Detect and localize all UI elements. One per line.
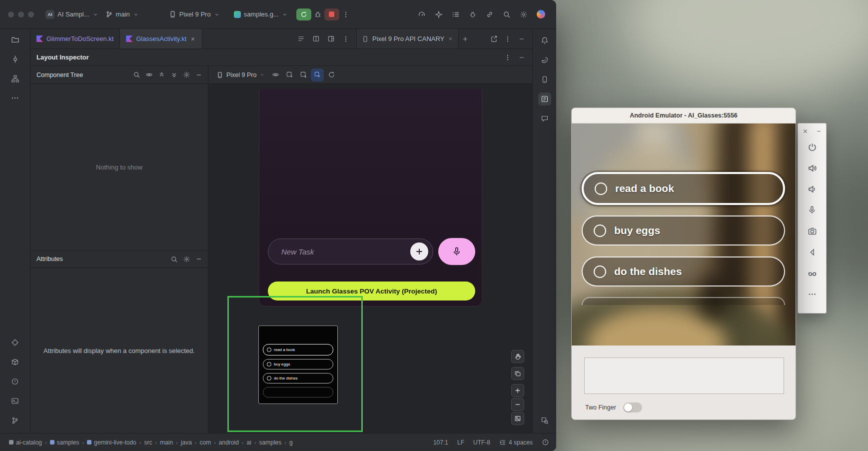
preview-device-selector[interactable]: Pixel 9 Pro: [213, 70, 268, 80]
glasses-todo-item[interactable]: read a book: [582, 172, 785, 205]
tab-glimmertodoscreen[interactable]: GlimmerToDoScreen.kt: [30, 29, 119, 48]
run-configuration-selector[interactable]: samples.g...: [230, 8, 291, 20]
version-control-icon[interactable]: [8, 414, 21, 427]
device-manager-icon[interactable]: [538, 73, 551, 86]
breadcrumb-item[interactable]: samples: [50, 439, 79, 446]
close-icon[interactable]: [803, 128, 808, 134]
app-screen-render[interactable]: New Task Launch Glasses POV Activity (Pr…: [259, 89, 482, 306]
app-inspection-icon[interactable]: [466, 8, 479, 21]
split-editor-icon[interactable]: [309, 32, 322, 46]
preview-canvas[interactable]: New Task Launch Glasses POV Activity (Pr…: [208, 84, 532, 433]
eye-icon[interactable]: [143, 69, 155, 81]
structure-icon[interactable]: [8, 72, 21, 85]
todo-list-icon[interactable]: [449, 8, 462, 21]
breadcrumb-item[interactable]: samples: [259, 439, 282, 446]
breadcrumb-item[interactable]: ai: [247, 439, 251, 446]
build-icon[interactable]: [8, 356, 21, 368]
add-task-button[interactable]: [410, 242, 428, 260]
refresh-icon[interactable]: [325, 68, 338, 82]
zoom-in-icon[interactable]: [511, 384, 524, 397]
device-mirroring-icon[interactable]: [483, 8, 496, 21]
open-in-window-icon[interactable]: [487, 32, 500, 46]
settings-icon[interactable]: [180, 253, 192, 265]
two-finger-toggle[interactable]: [623, 402, 642, 412]
ai-assistant-icon[interactable]: [432, 8, 445, 21]
eye-icon[interactable]: [269, 68, 282, 82]
more-options-icon[interactable]: [798, 284, 826, 304]
new-task-input[interactable]: New Task: [268, 238, 433, 264]
device-selector[interactable]: Pixel 9 Pro: [165, 8, 223, 20]
add-device-tab-icon[interactable]: [459, 32, 472, 46]
mini-todo-item[interactable]: read a book: [263, 344, 333, 356]
toggle-deep-inspect-icon[interactable]: [311, 68, 324, 82]
close-icon[interactable]: [448, 36, 453, 42]
minimize-icon[interactable]: [816, 128, 822, 134]
hide-icon[interactable]: [193, 69, 205, 81]
camera-icon[interactable]: [798, 220, 826, 242]
glasses-todo-item[interactable]: do the dishes: [582, 256, 785, 286]
search-icon[interactable]: [130, 69, 142, 81]
preview-layout-icon[interactable]: [324, 32, 337, 46]
breadcrumb-item[interactable]: g: [289, 439, 293, 446]
fit-to-screen-icon[interactable]: [511, 412, 524, 425]
search-icon[interactable]: [500, 8, 513, 21]
panel-more-options-icon[interactable]: [501, 32, 514, 46]
project-selector[interactable]: AI AI Sampl...: [42, 8, 102, 21]
breadcrumb-item[interactable]: main: [160, 439, 173, 446]
editor-list-icon[interactable]: [294, 32, 307, 46]
export-snapshot-icon[interactable]: [297, 68, 310, 82]
run-more-options-button[interactable]: [339, 8, 352, 21]
editor-more-options-icon[interactable]: [339, 32, 352, 46]
mini-todo-item[interactable]: do the dishes: [263, 373, 333, 384]
window-close-button[interactable]: [8, 12, 14, 18]
encoding-widget[interactable]: UTF-8: [473, 439, 490, 446]
pan-icon[interactable]: [511, 350, 524, 363]
tab-pixel9-canary[interactable]: Pixel 9 Pro API CANARY: [357, 29, 459, 48]
rerun-button[interactable]: [296, 8, 311, 20]
stop-button[interactable]: [324, 8, 339, 20]
volume-down-icon[interactable]: [798, 178, 826, 200]
power-icon[interactable]: [798, 136, 826, 158]
snapshot-icon[interactable]: [283, 68, 296, 82]
glasses-display-render[interactable]: read a book buy eggs do the dishes: [258, 326, 338, 404]
glasses-todo-item[interactable]: buy eggs: [582, 216, 785, 246]
mini-todo-item[interactable]: buy eggs: [263, 359, 333, 370]
profile-avatar[interactable]: [534, 8, 547, 21]
glasses-icon[interactable]: [798, 262, 826, 284]
window-zoom-button[interactable]: [28, 12, 34, 18]
voice-input-button[interactable]: [438, 238, 475, 265]
commit-icon[interactable]: [8, 52, 21, 66]
cursor-position-widget[interactable]: 107:1: [433, 439, 448, 446]
expand-all-icon[interactable]: [155, 69, 167, 81]
breadcrumb-item[interactable]: src: [144, 439, 152, 446]
settings-icon[interactable]: [517, 8, 530, 21]
hide-panel-icon[interactable]: [515, 32, 528, 46]
breadcrumb-item[interactable]: java: [181, 439, 192, 446]
line-separator-widget[interactable]: LF: [457, 439, 464, 446]
project-folder-icon[interactable]: [8, 33, 21, 46]
breadcrumb-item[interactable]: ai-catalog: [9, 439, 42, 446]
layout-inspector-icon[interactable]: [538, 414, 551, 427]
running-devices-icon[interactable]: [538, 92, 551, 106]
collapse-all-icon[interactable]: [168, 69, 180, 81]
error-widget-icon[interactable]: [542, 438, 549, 446]
debug-button[interactable]: [311, 8, 324, 21]
emulator-camera-view[interactable]: read a book buy eggs do the dishes: [572, 124, 796, 346]
microphone-icon[interactable]: [798, 200, 826, 220]
close-icon[interactable]: [190, 36, 196, 42]
zoom-out-icon[interactable]: [511, 398, 524, 411]
inspector-hide-icon[interactable]: [515, 51, 528, 64]
profiler-icon[interactable]: [415, 8, 428, 21]
volume-up-icon[interactable]: [798, 158, 826, 178]
gradle-icon[interactable]: [538, 54, 551, 66]
problems-icon[interactable]: [8, 375, 21, 388]
back-icon[interactable]: [798, 242, 826, 262]
terminal-icon[interactable]: [8, 394, 21, 408]
emulator-titlebar[interactable]: Android Emulator - AI_Glasses:5556: [572, 108, 796, 124]
layers-icon[interactable]: [511, 367, 524, 380]
breadcrumb-item[interactable]: android: [219, 439, 239, 446]
search-icon[interactable]: [168, 253, 180, 265]
breadcrumb-item[interactable]: gemini-live-todo: [87, 439, 136, 446]
touchpad-area[interactable]: [584, 358, 784, 394]
settings-icon[interactable]: [180, 69, 192, 81]
